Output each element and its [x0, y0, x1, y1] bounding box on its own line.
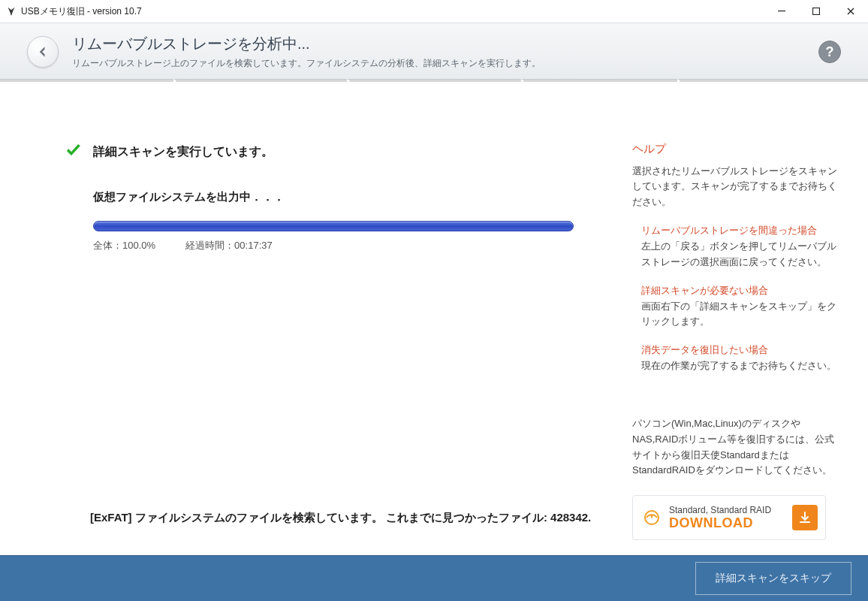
- help-sec-title-1: 詳細スキャンが必要ない場合: [641, 284, 842, 297]
- help-sec-title-0: リムーバブルストレージを間違った場合: [641, 224, 842, 237]
- svg-rect-1: [813, 8, 820, 15]
- help-sec-body-0: 左上の「戻る」ボタンを押してリムーバブルストレージの選択画面に戻ってください。: [641, 239, 842, 270]
- help-sec-title-2: 消失データを復旧したい場合: [641, 343, 842, 357]
- download-button[interactable]: Standard, Standard RAID DOWNLOAD: [632, 495, 826, 540]
- page-title: リムーバブルストレージを分析中...: [72, 34, 541, 54]
- help-sec-body-2: 現在の作業が完了するまでお待ちください。: [641, 358, 842, 374]
- close-button[interactable]: [833, 0, 868, 23]
- window-titlebar: USBメモリ復旧 - version 10.7: [0, 0, 868, 23]
- minimize-button[interactable]: [764, 0, 799, 23]
- download-line2: DOWNLOAD: [669, 515, 771, 531]
- download-arrow-icon: [792, 505, 818, 530]
- help-intro: 選択されたリムーバブルストレージをスキャンしています。スキャンが完了するまでお待…: [632, 164, 842, 210]
- footer-bar: 詳細スキャンをスキップ: [0, 555, 868, 601]
- scan-status-title: 詳細スキャンを実行しています。: [93, 144, 273, 160]
- progress-overall: 全体：100.0%: [93, 239, 155, 252]
- wings-icon: [642, 508, 662, 527]
- progress-bar: [93, 221, 574, 231]
- window-title: USBメモリ復旧 - version 10.7: [21, 5, 142, 18]
- help-panel: ヘルプ 選択されたリムーバブルストレージをスキャンしています。スキャンが完了する…: [632, 82, 850, 556]
- help-promo: パソコン(Win,Mac,Linux)のディスクやNAS,RAIDボリューム等を…: [632, 416, 842, 479]
- app-icon: [6, 6, 17, 17]
- filesystem-status: [ExFAT] ファイルシステムのファイルを検索しています。 これまでに見つかっ…: [90, 511, 591, 525]
- skip-scan-button[interactable]: 詳細スキャンをスキップ: [695, 562, 851, 595]
- help-button[interactable]: ?: [818, 41, 841, 63]
- main-panel: 詳細スキャンを実行しています。 仮想ファイルシステムを出力中．．． 全体：100…: [0, 82, 632, 556]
- svg-rect-0: [778, 11, 785, 11]
- help-sec-body-1: 画面右下の「詳細スキャンをスキップ」をクリックします。: [641, 299, 842, 331]
- download-line1: Standard, Standard RAID: [669, 505, 771, 515]
- page-header: リムーバブルストレージを分析中... リムーバブルストレージ上のファイルを検索し…: [0, 23, 868, 80]
- page-subtitle: リムーバブルストレージ上のファイルを検索しています。ファイルシステムの分析後、詳…: [72, 57, 541, 70]
- maximize-button[interactable]: [799, 0, 833, 23]
- help-title: ヘルプ: [632, 142, 842, 156]
- progress-elapsed: 経過時間：00:17:37: [185, 239, 273, 252]
- scan-substatus: 仮想ファイルシステムを出力中．．．: [93, 190, 602, 204]
- checkmark-icon: [65, 142, 83, 163]
- back-button[interactable]: [27, 36, 59, 68]
